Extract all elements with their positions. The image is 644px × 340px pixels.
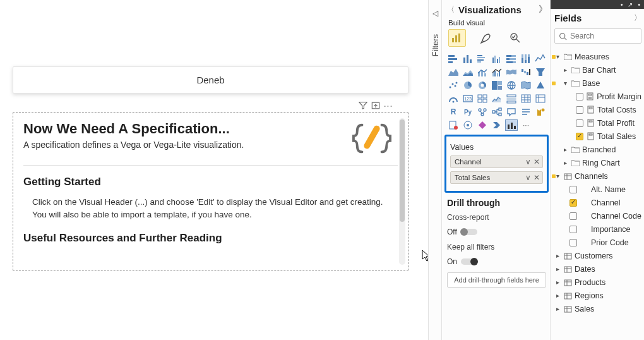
format-visual-tab[interactable] [477, 29, 495, 47]
viz-narrative-icon[interactable] [520, 106, 532, 118]
viz-decomposition-icon[interactable] [491, 106, 503, 118]
viz-deneb-icon[interactable] [505, 119, 518, 131]
viz-multi-card-icon[interactable] [476, 93, 489, 104]
viz-paginated-icon[interactable] [447, 119, 460, 131]
viz-get-more-icon[interactable]: ··· [520, 119, 532, 131]
add-drill-through-well[interactable]: Add drill-through fields here [447, 272, 546, 288]
viz-map-icon[interactable] [505, 80, 518, 91]
viz-100-bar-icon[interactable] [505, 53, 518, 64]
viz-r-visual-icon[interactable]: R [447, 106, 460, 118]
build-visual-tab[interactable] [448, 29, 466, 47]
min-icon[interactable]: • [621, 1, 623, 8]
search-icon [559, 32, 567, 40]
viz-arcgis-icon[interactable] [462, 119, 474, 131]
viz-stacked-bar-icon[interactable] [447, 53, 460, 64]
tree-base[interactable]: ▾Base [554, 76, 641, 90]
viz-stacked-area-icon[interactable] [462, 66, 474, 78]
value-field-total-sales[interactable]: Total Sales ∨✕ [450, 171, 543, 184]
viz-waterfall-icon[interactable] [520, 66, 532, 78]
deneb-visual[interactable]: Now We Need A Specification... A specifi… [13, 112, 408, 270]
expand-fields-icon[interactable]: 〉 [634, 13, 641, 23]
viz-clustered-bar-icon[interactable] [476, 53, 489, 64]
viz-ribbon-icon[interactable] [505, 66, 518, 78]
remove-field-icon[interactable]: ✕ [534, 173, 540, 182]
report-canvas[interactable]: Deneb ··· Now We Need A Specification...… [0, 0, 428, 340]
focus-mode-icon[interactable] [371, 101, 380, 110]
viz-area-icon[interactable] [447, 66, 460, 78]
collapse-viz-icon[interactable]: 〈 [447, 4, 455, 15]
viz-kpi-icon[interactable] [491, 93, 503, 104]
viz-donut-icon[interactable] [476, 80, 489, 91]
tree-channel[interactable]: Channel [554, 196, 641, 209]
viz-key-influencers-icon[interactable] [476, 106, 489, 118]
tree-regions[interactable]: ▸Regions [554, 289, 641, 302]
viz-qa-icon[interactable] [505, 106, 518, 118]
tree-alt-name[interactable]: Alt. Name [554, 183, 641, 196]
expand-filters-icon[interactable]: ◁ [432, 9, 438, 18]
viz-python-icon[interactable]: Py [462, 106, 474, 118]
svg-rect-15 [492, 58, 494, 63]
close-icon[interactable]: • [638, 1, 640, 8]
viz-matrix-icon[interactable] [534, 93, 547, 104]
viz-azure-map-icon[interactable] [534, 80, 547, 91]
viz-funnel-icon[interactable] [534, 66, 547, 78]
cross-report-toggle[interactable]: Off [447, 228, 477, 236]
expand-viz-icon[interactable]: 》 [539, 4, 546, 15]
filter-icon[interactable] [359, 101, 367, 110]
viz-filled-map-icon[interactable] [520, 80, 532, 91]
tree-products[interactable]: ▸Products [554, 276, 641, 289]
tree-bar-chart[interactable]: ▸Bar Chart [554, 63, 641, 76]
tree-profit-margin[interactable]: Profit Margin [554, 90, 641, 103]
viz-slicer-icon[interactable] [505, 93, 518, 104]
svg-rect-33 [484, 73, 486, 76]
tree-branched[interactable]: ▸Branched [554, 143, 641, 156]
svg-rect-7 [448, 61, 453, 63]
viz-line-column-icon[interactable] [476, 66, 489, 78]
chevron-down-icon[interactable]: ∨ [525, 157, 531, 166]
svg-rect-6 [448, 58, 457, 60]
viz-stacked-column-icon[interactable] [462, 53, 474, 64]
visual-title-card[interactable]: Deneb [13, 66, 408, 94]
tree-total-costs[interactable]: Total Costs [554, 103, 641, 116]
viz-treemap-icon[interactable] [491, 80, 503, 91]
more-options-icon[interactable]: ··· [384, 101, 393, 110]
tree-prior-code[interactable]: Prior Code [554, 236, 641, 249]
viz-line-icon[interactable] [534, 53, 547, 64]
build-visual-label: Build visual [448, 19, 546, 27]
tree-ring-chart[interactable]: ▸Ring Chart [554, 156, 641, 169]
filters-pane-collapsed[interactable]: ◁ Filters [428, 0, 442, 340]
tree-total-sales[interactable]: Total Sales [554, 130, 641, 143]
svg-point-43 [452, 83, 454, 85]
viz-pie-icon[interactable] [462, 80, 474, 91]
tree-sales[interactable]: ▸Sales [554, 302, 641, 315]
viz-100-column-icon[interactable] [520, 53, 532, 64]
filters-label: Filters [431, 34, 440, 56]
viz-line-clustered-icon[interactable] [491, 66, 503, 78]
viz-powerapps-icon[interactable] [476, 119, 489, 131]
viz-card-icon[interactable]: 123 [462, 93, 474, 104]
svg-rect-64 [536, 95, 545, 102]
viz-table-icon[interactable] [520, 93, 532, 104]
tree-measures[interactable]: ▾Measures [554, 50, 641, 63]
svg-point-44 [455, 85, 456, 87]
restore-icon[interactable]: ↗ [628, 1, 633, 8]
tree-customers[interactable]: ▸Customers [554, 249, 641, 262]
value-field-channel[interactable]: Channel ∨✕ [450, 155, 543, 168]
tree-total-profit[interactable]: Total Profit [554, 116, 641, 130]
chevron-down-icon[interactable]: ∨ [525, 173, 531, 182]
viz-gauge-icon[interactable] [447, 93, 460, 104]
tree-channel-code[interactable]: Channel Code [554, 209, 641, 222]
viz-scatter-icon[interactable] [447, 80, 460, 91]
viz-clustered-column-icon[interactable] [491, 53, 503, 64]
viz-automate-icon[interactable] [491, 119, 503, 131]
analytics-tab[interactable] [506, 29, 524, 47]
scrollbar[interactable] [399, 118, 405, 265]
keep-filters-toggle[interactable]: On [447, 257, 477, 266]
tree-channels[interactable]: ▾Channels [554, 169, 641, 183]
fields-search-input[interactable]: Search [554, 28, 641, 44]
tree-dates[interactable]: ▸Dates [554, 262, 641, 276]
tree-importance[interactable]: Importance [554, 222, 641, 236]
viz-goals-icon[interactable] [534, 106, 547, 118]
remove-field-icon[interactable]: ✕ [534, 157, 540, 166]
svg-rect-94 [564, 267, 571, 272]
